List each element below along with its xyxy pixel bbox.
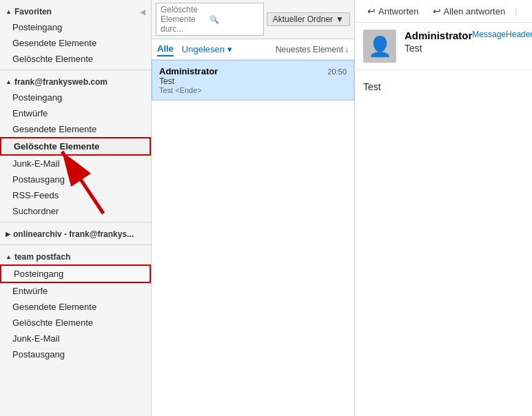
sidebar-divider-2 <box>0 222 151 222</box>
sidebar-item-frank-geloeschte[interactable]: Gelöschte Elemente <box>0 137 151 156</box>
folder-btn-arrow: ▼ <box>336 14 344 24</box>
sidebar-item-frank-entwuerfe[interactable]: Entwürfe <box>0 105 151 121</box>
search-text: Gelöschte Elemente durc... <box>161 5 209 34</box>
right-header: ↩ Antworten ↩ Allen antworten | Tear <box>355 0 532 23</box>
email-body-text: Test <box>363 81 381 92</box>
frank-arrow: ▲ <box>6 79 12 85</box>
search-icon[interactable]: 🔍 <box>209 15 258 24</box>
sidebar-item-team-junk[interactable]: Junk-E-Mail <box>0 331 151 346</box>
team-account-header[interactable]: ▲ team postfach <box>0 248 151 264</box>
email-detail-subject: Test <box>405 43 472 54</box>
sidebar-item-frank-suchordner[interactable]: Suchordner <box>0 203 151 219</box>
right-panel: ↩ Antworten ↩ Allen antworten | Tear 👤 A… <box>355 0 532 416</box>
sidebar-item-frank-rss[interactable]: RSS-Feeds <box>0 187 151 203</box>
email-body: Test <box>355 70 532 103</box>
reply-all-button[interactable]: ↩ Allen antworten <box>429 4 510 18</box>
reply-button[interactable]: ↩ Antworten <box>363 4 423 18</box>
email-header-section: 👤 Administrator Test MessageHeaderAnalyz… <box>355 23 532 70</box>
sidebar-item-favorites-gesendete[interactable]: Gesendete Elemente <box>0 35 151 51</box>
email-subject-0: Test <box>159 76 347 86</box>
team-account-label: team postfach <box>14 252 70 262</box>
filter-all[interactable]: Alle <box>157 42 174 56</box>
favorites-header[interactable]: ▲ Favoriten ◀ <box>0 3 151 19</box>
email-detail-from: Administrator <box>405 30 472 41</box>
sidebar-item-favorites-geloeschte[interactable]: Gelöschte Elemente <box>0 51 151 67</box>
avatar: 👤 <box>363 30 396 63</box>
reply-all-icon: ↩ <box>433 6 441 17</box>
favorites-label: Favoriten <box>14 7 52 17</box>
sidebar-item-team-posteingang[interactable]: Posteingang <box>0 264 151 283</box>
frank-account-label: frank@frankysweb.com <box>14 77 108 87</box>
sidebar-item-team-postausgang[interactable]: Postausgang <box>0 346 151 362</box>
middle-panel: Gelöschte Elemente durc... 🔍 Aktueller O… <box>152 0 355 416</box>
email-time-0: 20:50 <box>327 67 347 76</box>
folder-button[interactable]: Aktueller Ordner ▼ <box>267 12 350 26</box>
sidebar-item-favorites-posteingang[interactable]: Posteingang <box>0 19 151 35</box>
sidebar-item-frank-postausgang[interactable]: Postausgang <box>0 171 151 187</box>
frank-account-items: Posteingang Entwürfe Gesendete Elemente … <box>0 90 151 219</box>
onlinearchiv-header[interactable]: ▶ onlinearchiv - frank@frankys... <box>0 225 151 242</box>
header-separator: | <box>515 6 517 17</box>
sidebar-item-frank-gesendete[interactable]: Gesendete Elemente <box>0 121 151 137</box>
filter-unread[interactable]: Ungelesen ▾ <box>182 44 232 54</box>
email-meta-0: Administrator 20:50 <box>159 66 347 76</box>
folder-btn-label: Aktueller Ordner <box>273 14 333 24</box>
reply-all-label: Allen antworten <box>444 6 506 17</box>
sidebar-collapse-icon[interactable]: ◀ <box>140 8 145 16</box>
reply-icon: ↩ <box>367 6 376 17</box>
filter-sort-label: Neuestes Element <box>276 45 343 54</box>
onlinearchiv-arrow: ▶ <box>6 231 10 238</box>
email-detail-meta: Administrator Test <box>405 30 472 54</box>
filter-sort[interactable]: Neuestes Element ↓ <box>276 45 349 54</box>
middle-toolbar: Gelöschte Elemente durc... 🔍 Aktueller O… <box>152 0 354 39</box>
message-header-analyzer-link[interactable]: MessageHeaderAnalyzer <box>472 30 532 39</box>
search-box[interactable]: Gelöschte Elemente durc... 🔍 <box>156 3 264 36</box>
frank-account-header[interactable]: ▲ frank@frankysweb.com <box>0 73 151 90</box>
sidebar-item-team-entwuerfe[interactable]: Entwürfe <box>0 283 151 299</box>
team-account-items: Posteingang Entwürfe Gesendete Elemente … <box>0 264 151 362</box>
avatar-icon: 👤 <box>368 35 392 58</box>
filter-unread-arrow: ▾ <box>227 44 232 54</box>
sidebar-item-frank-junk[interactable]: Junk-E-Mail <box>0 156 151 171</box>
email-sender-0: Administrator <box>159 66 218 76</box>
favorites-arrow: ▲ <box>6 8 12 15</box>
email-preview-0: Test <Ende> <box>159 86 347 94</box>
filter-sort-arrow: ↓ <box>345 45 349 54</box>
sidebar-item-team-gesendete[interactable]: Gesendete Elemente <box>0 299 151 315</box>
sidebar-item-frank-posteingang[interactable]: Posteingang <box>0 90 151 105</box>
team-arrow: ▲ <box>6 253 12 260</box>
filter-bar: Alle Ungelesen ▾ Neuestes Element ↓ <box>152 39 354 60</box>
reply-label: Antworten <box>378 6 419 17</box>
email-list: Administrator 20:50 Test Test <Ende> <box>152 60 354 416</box>
sidebar-divider-3 <box>0 245 151 245</box>
filter-unread-label: Ungelesen <box>182 44 225 54</box>
sidebar-item-team-geloeschte[interactable]: Gelöschte Elemente <box>0 315 151 331</box>
sidebar-divider-1 <box>0 70 151 70</box>
onlinearchiv-label: onlinearchiv - frank@frankys... <box>13 229 134 239</box>
email-actions-right: MessageHeaderAnalyzer <box>472 30 532 39</box>
favorites-items: Posteingang Gesendete Elemente Gelöschte… <box>0 19 151 67</box>
email-item-0[interactable]: Administrator 20:50 Test Test <Ende> <box>152 60 354 101</box>
sidebar: ▲ Favoriten ◀ Posteingang Gesendete Elem… <box>0 0 152 416</box>
